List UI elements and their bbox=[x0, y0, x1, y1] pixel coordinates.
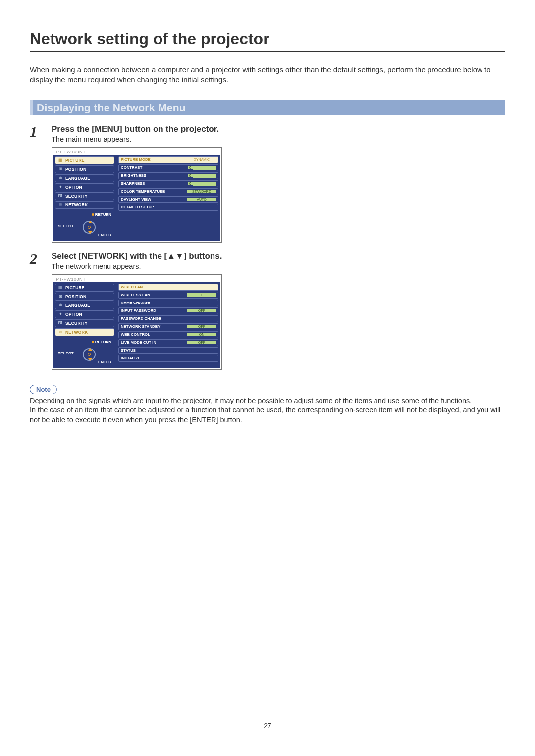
return-dot-icon bbox=[92, 341, 94, 343]
note-label: Note bbox=[30, 385, 57, 394]
menu-language: ⊕LANGUAGE bbox=[55, 174, 114, 182]
option-icon: ✦ bbox=[57, 185, 63, 189]
osd-left-menu: ▦PICTURE ⊞POSITION ⊕LANGUAGE ✦OPTION ⚿SE… bbox=[53, 155, 116, 241]
note-text-1: Depending on the signals which are input… bbox=[30, 396, 505, 406]
row-contrast: CONTRAST0-+ bbox=[118, 164, 218, 171]
note-block: Note Depending on the signals which are … bbox=[30, 385, 505, 425]
return-dot-icon bbox=[92, 213, 94, 216]
network-icon: ⎚ bbox=[57, 202, 63, 207]
row-initialize: INITIALIZE bbox=[118, 355, 218, 362]
row-wireless-lan: WIRELESS LAN1 bbox=[118, 292, 218, 299]
select-label: SELECT bbox=[58, 351, 74, 355]
row-daylight-view: DAYLIGHT VIEWAUTO bbox=[118, 196, 218, 203]
menu-picture: ▦PICTURE bbox=[55, 156, 114, 164]
section-heading: Displaying the Network Menu bbox=[37, 102, 186, 113]
osd-model-label: PT-FW100NT bbox=[53, 149, 220, 155]
row-color-temperature: COLOR TEMPERATURESTANDARD bbox=[118, 188, 218, 195]
menu-option: ✦OPTION bbox=[55, 310, 114, 318]
enter-label: ENTER bbox=[98, 233, 111, 237]
title-rule bbox=[30, 51, 505, 52]
step-2-title: Select [NETWORK] with the [▲▼] buttons. bbox=[52, 252, 505, 261]
return-label: RETURN bbox=[92, 340, 111, 344]
slider-icon: -+ bbox=[193, 174, 216, 178]
note-text-2: In the case of an item that cannot be ad… bbox=[30, 405, 505, 425]
menu-picture: ▦PICTURE bbox=[55, 284, 114, 292]
menu-security: ⚿SECURITY bbox=[55, 319, 114, 327]
row-input-password: INPUT PASSWORDOFF bbox=[118, 307, 218, 314]
step-2-text: The network menu appears. bbox=[52, 262, 505, 270]
return-label: RETURN bbox=[92, 212, 111, 217]
row-name-change: NAME CHANGE bbox=[118, 300, 218, 306]
nav-down-icon bbox=[88, 358, 92, 361]
menu-network: ⎚NETWORK bbox=[55, 328, 114, 336]
slider-icon: -+ bbox=[193, 182, 216, 186]
row-live-mode-cut-in: LIVE MODE CUT INOFF bbox=[118, 339, 218, 346]
nav-up-icon bbox=[88, 221, 92, 223]
position-icon: ⊞ bbox=[57, 167, 63, 171]
enter-label: ENTER bbox=[98, 360, 111, 364]
row-status: STATUS bbox=[118, 347, 218, 354]
osd-screenshot-2: PT-FW100NT ▦PICTURE ⊞POSITION ⊕LANGUAGE … bbox=[52, 274, 222, 370]
picture-icon: ▦ bbox=[57, 285, 63, 290]
nav-center-icon bbox=[88, 226, 91, 229]
section-heading-bar: Displaying the Network Menu bbox=[30, 100, 505, 115]
page-title: Network setting of the projector bbox=[30, 30, 505, 48]
security-icon: ⚿ bbox=[57, 194, 63, 198]
osd-right-panel: PICTURE MODEDYNAMIC CONTRAST0-+ BRIGHTNE… bbox=[116, 155, 220, 241]
row-detailed-setup: DETAILED SETUP bbox=[118, 204, 218, 211]
step-1: 1 Press the [MENU] button on the project… bbox=[30, 124, 505, 243]
option-icon: ✦ bbox=[57, 312, 63, 316]
slider-icon: -+ bbox=[193, 166, 216, 170]
row-web-control: WEB CONTROLON bbox=[118, 331, 218, 338]
row-wired-lan: WIRED LAN bbox=[118, 284, 218, 291]
select-label: SELECT bbox=[58, 224, 74, 228]
osd-right-panel: WIRED LAN WIRELESS LAN1 NAME CHANGE INPU… bbox=[116, 282, 220, 368]
nav-ring-icon bbox=[83, 221, 96, 234]
row-brightness: BRIGHTNESS0-+ bbox=[118, 172, 218, 179]
step-1-text: The main menu appears. bbox=[52, 135, 505, 143]
network-icon: ⎚ bbox=[57, 330, 63, 334]
menu-position: ⊞POSITION bbox=[55, 293, 114, 301]
row-network-standby: NETWORK STANDBYOFF bbox=[118, 323, 218, 330]
osd-model-label: PT-FW100NT bbox=[53, 276, 220, 282]
osd-screenshot-1: PT-FW100NT ▦PICTURE ⊞POSITION ⊕LANGUAGE … bbox=[52, 147, 222, 243]
menu-option: ✦OPTION bbox=[55, 183, 114, 191]
intro-text: When making a connection between a compu… bbox=[30, 65, 505, 85]
nav-down-icon bbox=[88, 231, 92, 234]
step-number: 2 bbox=[30, 252, 52, 370]
osd-left-menu: ▦PICTURE ⊞POSITION ⊕LANGUAGE ✦OPTION ⚿SE… bbox=[53, 282, 116, 368]
menu-position: ⊞POSITION bbox=[55, 165, 114, 173]
globe-icon: ⊕ bbox=[57, 176, 63, 180]
nav-up-icon bbox=[88, 348, 92, 351]
menu-network: ⎚NETWORK bbox=[55, 201, 114, 209]
step-1-title: Press the [MENU] button on the projector… bbox=[52, 124, 505, 134]
nav-ring-icon bbox=[83, 348, 96, 361]
page-number: 27 bbox=[30, 722, 505, 730]
step-2: 2 Select [NETWORK] with the [▲▼] buttons… bbox=[30, 252, 505, 370]
menu-language: ⊕LANGUAGE bbox=[55, 302, 114, 309]
menu-security: ⚿SECURITY bbox=[55, 192, 114, 200]
row-picture-mode: PICTURE MODEDYNAMIC bbox=[118, 156, 218, 163]
position-icon: ⊞ bbox=[57, 294, 63, 299]
row-password-change: PASSWORD CHANGE bbox=[118, 315, 218, 322]
picture-icon: ▦ bbox=[57, 158, 63, 162]
security-icon: ⚿ bbox=[57, 321, 63, 325]
nav-center-icon bbox=[88, 353, 91, 356]
step-number: 1 bbox=[30, 124, 52, 243]
globe-icon: ⊕ bbox=[57, 303, 63, 307]
row-sharpness: SHARPNESS0-+ bbox=[118, 180, 218, 187]
